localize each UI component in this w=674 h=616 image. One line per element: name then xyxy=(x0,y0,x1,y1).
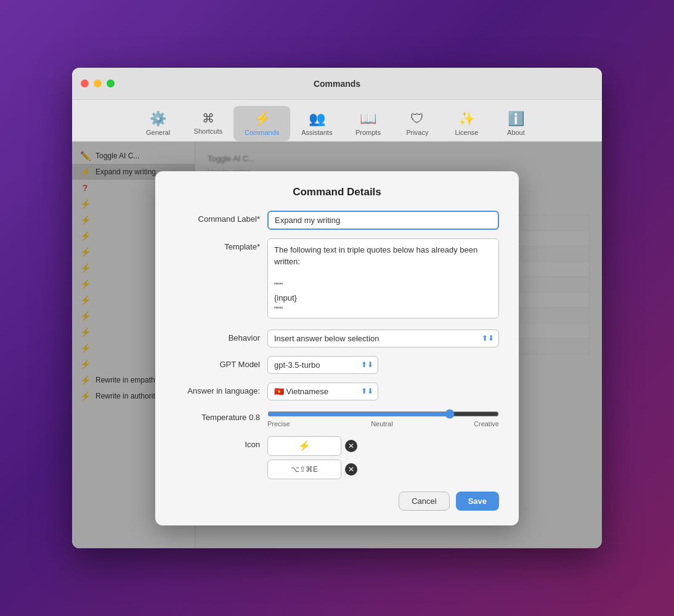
icon-emoji: ⚡ xyxy=(298,440,311,452)
slider-labels: Precise Neutral Creative xyxy=(267,420,499,428)
tab-commands[interactable]: ⚡ Commands xyxy=(233,106,290,141)
command-label-label: Command Label* xyxy=(175,211,267,224)
icon-item-shortcut: ⌥⇧⌘E ✕ xyxy=(267,460,499,479)
icon-item-emoji: ⚡ ✕ xyxy=(267,436,499,456)
gpt-control: gpt-3.5-turbo gpt-4 gpt-4-turbo ⬆⬇ xyxy=(267,356,499,374)
icon-label: Icon xyxy=(175,436,267,449)
modal-title: Command Details xyxy=(175,186,499,198)
temperature-label: Temperature 0.8 xyxy=(175,409,267,422)
creative-label: Creative xyxy=(474,420,499,428)
traffic-lights xyxy=(81,79,115,87)
tab-prompts[interactable]: 📖 Prompts xyxy=(343,106,392,141)
close-button[interactable] xyxy=(81,79,89,87)
maximize-button[interactable] xyxy=(107,79,115,87)
form-row-language: Answer in language: 🇻🇳 Vietnamese Englis… xyxy=(175,383,499,400)
command-label-input[interactable] xyxy=(267,211,499,230)
toolbar: ⚙️ General ⌘ Shortcuts ⚡ Commands 👥 Assi… xyxy=(72,100,602,142)
icon-emoji-box[interactable]: ⚡ xyxy=(267,436,341,456)
form-row-icon: Icon ⚡ ✕ ⌥⇧⌘E xyxy=(175,436,499,479)
modal-buttons: Cancel Save xyxy=(175,492,499,511)
shortcuts-icon: ⌘ xyxy=(202,111,214,126)
form-row-template: Template* The following text in triple q… xyxy=(175,238,499,321)
tab-privacy[interactable]: 🛡 Privacy xyxy=(392,106,442,141)
commands-icon: ⚡ xyxy=(254,111,270,127)
template-label: Template* xyxy=(175,238,267,251)
language-select-wrapper: 🇻🇳 Vietnamese English French ⬆⬇ xyxy=(267,383,378,400)
gear-icon: ⚙️ xyxy=(150,111,166,127)
icon-control: ⚡ ✕ ⌥⇧⌘E ✕ xyxy=(267,436,499,479)
precise-label: Precise xyxy=(267,420,290,428)
gpt-model-label: GPT Model xyxy=(175,356,267,369)
behavior-select-wrapper: Insert answer below selection Replace se… xyxy=(267,330,499,347)
command-label-control xyxy=(267,211,499,230)
shortcut-clear-button[interactable]: ✕ xyxy=(345,463,357,476)
cancel-button[interactable]: Cancel xyxy=(399,492,449,511)
tab-about[interactable]: ℹ️ About xyxy=(491,106,540,141)
content-area: ✏️ Toggle AI C... ⚡ Expand my writing ? … xyxy=(72,142,602,548)
license-icon: ✨ xyxy=(458,111,475,127)
language-control: 🇻🇳 Vietnamese English French ⬆⬇ xyxy=(267,383,499,400)
language-select[interactable]: 🇻🇳 Vietnamese English French xyxy=(267,383,378,400)
about-icon: ℹ️ xyxy=(508,111,524,127)
gpt-select[interactable]: gpt-3.5-turbo gpt-4 gpt-4-turbo xyxy=(267,356,378,374)
window-title: Commands xyxy=(314,79,360,89)
tab-assistants[interactable]: 👥 Assistants xyxy=(290,106,343,141)
temperature-slider-row: Precise Neutral Creative xyxy=(267,409,499,428)
template-control: The following text in triple quotes belo… xyxy=(267,238,499,321)
shortcut-box[interactable]: ⌥⇧⌘E xyxy=(267,460,341,479)
tab-license[interactable]: ✨ License xyxy=(442,106,491,141)
form-row-gpt: GPT Model gpt-3.5-turbo gpt-4 gpt-4-turb… xyxy=(175,356,499,374)
icon-row: ⚡ ✕ ⌥⇧⌘E ✕ xyxy=(267,436,499,479)
save-button[interactable]: Save xyxy=(456,492,499,511)
temperature-slider[interactable] xyxy=(267,409,499,419)
assistants-icon: 👥 xyxy=(309,111,325,127)
modal-overlay: Command Details Command Label* Template*… xyxy=(72,142,602,548)
neutral-label: Neutral xyxy=(371,420,392,428)
form-row-command-label: Command Label* xyxy=(175,211,499,230)
titlebar: Commands xyxy=(72,68,602,100)
behavior-control: Insert answer below selection Replace se… xyxy=(267,330,499,347)
tab-general[interactable]: ⚙️ General xyxy=(134,106,183,141)
command-details-modal: Command Details Command Label* Template*… xyxy=(155,171,519,525)
behavior-select[interactable]: Insert answer below selection Replace se… xyxy=(267,330,499,347)
gpt-select-wrapper: gpt-3.5-turbo gpt-4 gpt-4-turbo ⬆⬇ xyxy=(267,356,378,374)
icon-clear-button[interactable]: ✕ xyxy=(345,440,357,452)
privacy-icon: 🛡 xyxy=(410,111,424,127)
form-row-temperature: Temperature 0.8 Precise Neutral Creative xyxy=(175,409,499,428)
tab-shortcuts[interactable]: ⌘ Shortcuts xyxy=(183,106,233,141)
language-label: Answer in language: xyxy=(175,383,267,395)
shortcut-value: ⌥⇧⌘E xyxy=(291,465,318,474)
temperature-control: Precise Neutral Creative xyxy=(267,409,499,428)
prompts-icon: 📖 xyxy=(360,111,376,127)
app-window: Commands ⚙️ General ⌘ Shortcuts ⚡ Comman… xyxy=(72,68,602,548)
form-row-behavior: Behavior Insert answer below selection R… xyxy=(175,330,499,347)
template-input[interactable]: The following text in triple quotes belo… xyxy=(267,238,499,318)
behavior-label: Behavior xyxy=(175,330,267,342)
minimize-button[interactable] xyxy=(94,79,102,87)
